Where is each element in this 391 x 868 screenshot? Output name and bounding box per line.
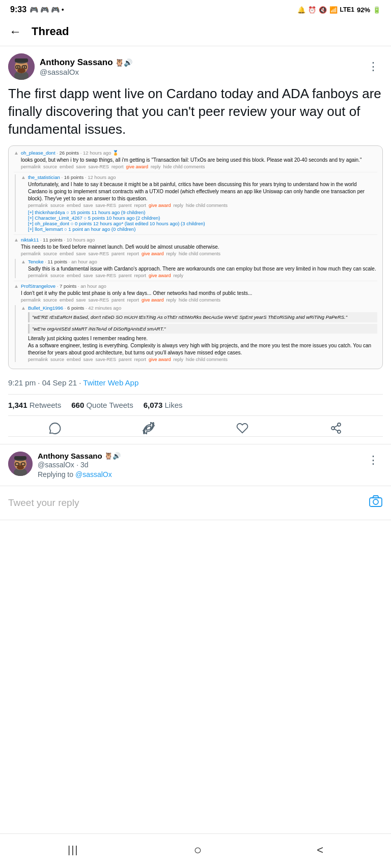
status-wifi-icon: 📶 (329, 6, 338, 14)
status-time: 9:33 (10, 5, 26, 14)
reply-time: · 3d (76, 461, 88, 469)
svg-rect-20 (14, 456, 26, 460)
reddit-comment-3-sub1: ▲ Tenoke · 11 points · an hour ago Sadly… (15, 259, 377, 278)
reddit-comment-4-sub1: ▲ Bullet_King1996 · 6 points · 42 minute… (15, 305, 377, 362)
svg-point-13 (338, 430, 341, 433)
reply-tweet: Anthony Sassano 🦉🔊 @sassalOx · 3d ⋮ Repl… (0, 444, 391, 486)
camera-icon[interactable] (369, 494, 383, 512)
status-lte-label: LTE1 (340, 6, 354, 13)
author-badge: 🦉🔊 (115, 58, 132, 67)
back-button[interactable]: ← (9, 24, 21, 39)
nav-back-button[interactable]: < (317, 844, 323, 857)
reddit-comment-3: ▲ niktak11 · 11 points · 10 hours ago Th… (14, 237, 377, 256)
reply-content: Anthony Sassano 🦉🔊 @sassalOx · 3d ⋮ Repl… (38, 452, 383, 478)
reddit-comment-4: ▲ ProfStrangelove · 7 points · an hour a… (14, 283, 377, 303)
main-tweet: Anthony Sassano 🦉🔊 @sassalOx ⋮ The first… (0, 46, 391, 444)
svg-point-10 (24, 67, 25, 68)
author-handle: @sassalOx (40, 68, 132, 76)
svg-rect-4 (15, 58, 28, 62)
svg-line-14 (334, 429, 338, 431)
avatar (8, 53, 35, 80)
more-options-button[interactable]: ⋮ (364, 58, 383, 75)
reply-button[interactable] (49, 422, 61, 434)
reply-input-area: Tweet your reply (0, 486, 391, 520)
status-battery-icon: 🔋 (373, 6, 381, 14)
svg-point-12 (331, 427, 334, 430)
svg-point-9 (17, 67, 19, 68)
page-title: Thread (32, 25, 69, 38)
like-count: 6,073 Likes (144, 401, 183, 409)
tweet-text: The first dapp went live on Cardano toda… (8, 85, 383, 138)
tweet-actions (8, 416, 383, 437)
thread-header: ← Thread (0, 17, 391, 46)
status-mute-icon: 🔇 (319, 6, 327, 14)
status-battery: 92% (357, 6, 370, 14)
tweet-meta: 9:21 pm · 04 Sep 21 · Twitter Web App (8, 376, 383, 387)
reply-to-handle[interactable]: @sassalOx (75, 470, 112, 478)
reply-author-name: Anthony Sassano 🦉🔊 (38, 452, 121, 460)
status-alarm-icon: ⏰ (308, 6, 316, 14)
status-game-icons: 🎮 🎮 🎮 • (30, 6, 64, 14)
quote-tweet-count: 660 Quote Tweets (71, 401, 133, 409)
status-notification-icon: 🔔 (297, 6, 305, 14)
reply-input-placeholder[interactable]: Tweet your reply (8, 497, 369, 508)
reply-more-options[interactable]: ⋮ (364, 452, 383, 469)
reply-avatar (8, 452, 33, 476)
author-name: Anthony Sassano 🦉🔊 (40, 57, 132, 68)
reply-to: Replying to @sassalOx (38, 470, 383, 478)
svg-point-11 (338, 423, 341, 426)
share-button[interactable] (330, 422, 342, 434)
reddit-comment-2: ▲ the_statistician · 16 points · 12 hour… (15, 174, 377, 232)
reddit-comment-1: ▲ oh_please_dont · 26 points · 12 hours … (14, 150, 377, 169)
like-button[interactable] (236, 422, 248, 434)
nav-home-button[interactable]: ○ (194, 842, 202, 858)
nav-menu-button[interactable]: ||| (68, 844, 79, 856)
stats-row: 1,341 Retweets 660 Quote Tweets 6,073 Li… (8, 394, 383, 416)
bottom-nav: ||| ○ < (0, 833, 391, 868)
status-bar: 9:33 🎮 🎮 🎮 • 🔔 ⏰ 🔇 📶 LTE1 92% 🔋 (0, 0, 391, 17)
author-row: Anthony Sassano 🦉🔊 @sassalOx ⋮ (8, 53, 383, 80)
source-link[interactable]: Twitter Web App (83, 378, 138, 387)
reply-author-handle: @sassalOx (38, 461, 74, 469)
svg-point-26 (373, 499, 378, 504)
retweet-count: 1,341 Retweets (8, 401, 61, 409)
reply-author-badge: 🦉🔊 (104, 452, 121, 460)
reddit-screenshot: ▲ oh_please_dont · 26 points · 12 hours … (8, 145, 383, 369)
svg-line-15 (334, 425, 338, 427)
retweet-button[interactable] (143, 422, 155, 434)
svg-point-24 (17, 465, 24, 469)
svg-point-8 (17, 68, 25, 73)
